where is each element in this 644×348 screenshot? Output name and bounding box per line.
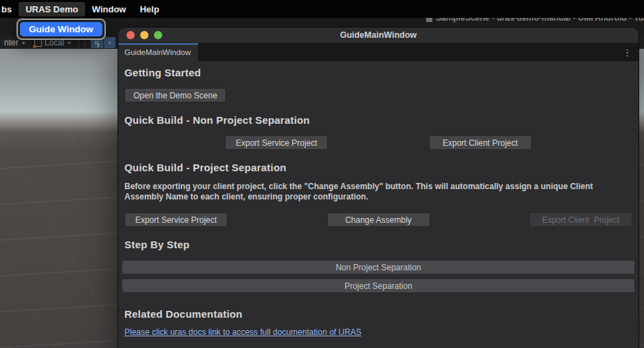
separation-description: Before exporting your client project, cl… bbox=[124, 182, 606, 202]
traffic-lights bbox=[126, 31, 162, 39]
window-titlebar[interactable]: GuideMainWindow bbox=[118, 28, 639, 43]
menu-item-partial[interactable]: bs bbox=[0, 2, 19, 17]
menu-bar: bs URAS Demo Window Help bbox=[0, 0, 644, 18]
tab-label: GuideMainWindow bbox=[124, 48, 191, 56]
kebab-icon: ⋮ bbox=[623, 47, 632, 58]
screen: SampleScene - uras-demo-manual - UMI And… bbox=[0, 0, 644, 348]
grid-axis-label: y bbox=[97, 41, 100, 47]
background-window-title-clip: SampleScene - uras-demo-manual - UMI And… bbox=[426, 18, 644, 24]
menu-item-help[interactable]: Help bbox=[133, 2, 166, 17]
section-heading-quick-build-separation: Quick Build - Project Separation bbox=[124, 162, 632, 173]
export-service-project-button[interactable]: Export Service Project bbox=[225, 135, 328, 150]
open-demo-scene-button[interactable]: Open the Demo Scene bbox=[124, 88, 226, 102]
minimize-button[interactable] bbox=[140, 31, 148, 39]
chevron-down-icon: ▼ bbox=[107, 41, 112, 45]
chevron-down-icon: ▼ bbox=[67, 41, 71, 45]
menu-item-uras-demo[interactable]: URAS Demo bbox=[19, 2, 85, 17]
tab-menu-button[interactable]: ⋮ bbox=[623, 43, 632, 61]
section-heading-getting-started: Getting Started bbox=[124, 67, 632, 78]
window-content: Getting Started Open the Demo Scene Quic… bbox=[118, 61, 639, 338]
tab-bar: GuideMainWindow ⋮ bbox=[118, 43, 639, 61]
uras-docs-link[interactable]: Please click uras docs link to access fu… bbox=[124, 327, 362, 337]
change-assembly-button[interactable]: Change Assembly bbox=[327, 213, 430, 227]
menu-item-window[interactable]: Window bbox=[85, 2, 133, 17]
project-separation-button[interactable]: Project Separation bbox=[122, 279, 635, 293]
grid-snap-dropdown[interactable]: ▼ bbox=[103, 37, 115, 48]
uras-demo-menu: Guide Window bbox=[16, 19, 106, 40]
menu-item-guide-window[interactable]: Guide Window bbox=[20, 22, 102, 36]
background-window-title: SampleScene - uras-demo-manual - UMI And… bbox=[436, 18, 644, 23]
close-button[interactable] bbox=[126, 31, 135, 39]
section-heading-related-documentation: Related Documentation bbox=[124, 308, 632, 320]
section-heading-step-by-step: Step By Step bbox=[124, 239, 632, 250]
export-client-project-button[interactable]: Export Client Project bbox=[429, 135, 532, 150]
guide-main-window: GuideMainWindow GuideMainWindow ⋮ Gettin… bbox=[118, 28, 639, 348]
zoom-button[interactable] bbox=[154, 31, 162, 39]
step-by-step-buttons: Non Project Separation Project Separatio… bbox=[122, 260, 635, 293]
separation-button-row: Export Service Project Change Assembly E… bbox=[124, 213, 632, 227]
chevron-down-icon: ▼ bbox=[21, 41, 26, 45]
pivot-mode-label: nter bbox=[4, 38, 19, 47]
non-separation-button-row: Export Service Project Export Client Pro… bbox=[124, 135, 632, 150]
scene-file-icon bbox=[426, 18, 432, 22]
tab-guidemainwindow[interactable]: GuideMainWindow bbox=[118, 43, 198, 61]
window-title: GuideMainWindow bbox=[340, 30, 417, 40]
export-service-project-button-2[interactable]: Export Service Project bbox=[124, 213, 227, 227]
non-project-separation-button[interactable]: Non Project Separation bbox=[122, 260, 635, 274]
cube-pivot-icon bbox=[34, 39, 42, 47]
section-heading-quick-build-non-separation: Quick Build - Non Project Separation bbox=[124, 114, 632, 126]
export-client-project-button-disabled: Export Client Project bbox=[529, 213, 632, 227]
